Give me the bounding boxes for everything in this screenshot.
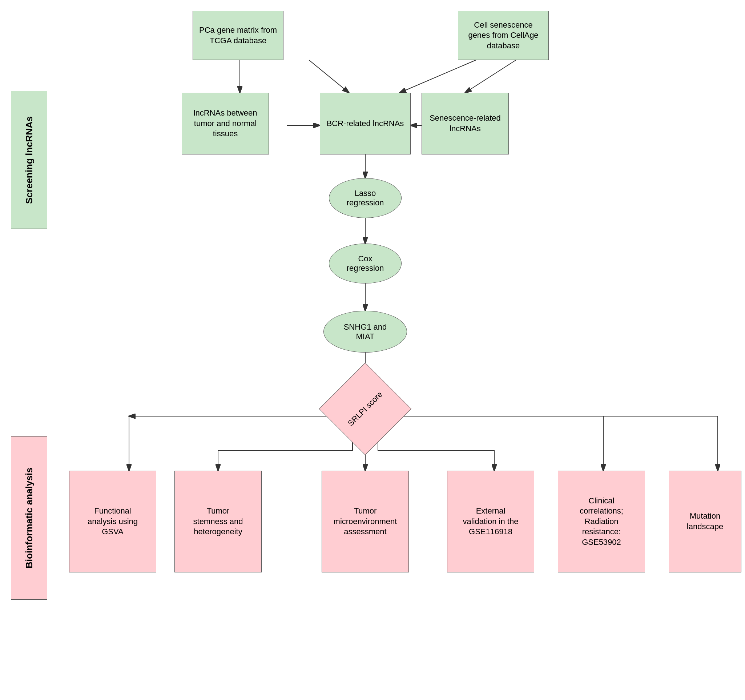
- lasso-ellipse: Lassoregression: [329, 178, 402, 218]
- cell-senescence-box: Cell senescencegenes from CellAgedatabas…: [458, 11, 549, 60]
- tumor-micro-box: Tumormicroenvironmentassessment: [322, 471, 409, 573]
- snhg1-miat-ellipse: SNHG1 andMIAT: [323, 311, 407, 353]
- screening-label: Screening lncRNAs: [11, 91, 47, 229]
- pca-gene-box: PCa gene matrix fromTCGA database: [193, 11, 283, 60]
- mutation-box: Mutationlandscape: [669, 471, 741, 573]
- clinical-corr-box: Clinicalcorrelations;Radiationresistance…: [558, 471, 645, 573]
- svg-line-3: [465, 60, 516, 93]
- functional-box: Functionalanalysis usingGSVA: [69, 471, 156, 573]
- bcr-lncrnas-box: BCR-related lncRNAs: [320, 93, 411, 154]
- senescence-lncrnas-box: Senescence-relatedlncRNAs: [422, 93, 509, 154]
- diagram-container: PCa gene matrix fromTCGA database Cell s…: [0, 0, 745, 700]
- svg-line-4: [400, 60, 476, 93]
- svg-line-2: [309, 60, 349, 93]
- lncrnas-tumor-box: lncRNAs betweentumor and normaltissues: [182, 93, 269, 154]
- bioinformatic-label: Bioinformatic analysis: [11, 436, 47, 600]
- external-val-box: Externalvalidation in theGSE116918: [447, 471, 534, 573]
- srlpi-diamond-wrapper: SRLPI score: [332, 376, 398, 441]
- tumor-stemness-box: Tumorstemness andheterogeneity: [174, 471, 262, 573]
- cox-ellipse: Coxregression: [329, 244, 402, 284]
